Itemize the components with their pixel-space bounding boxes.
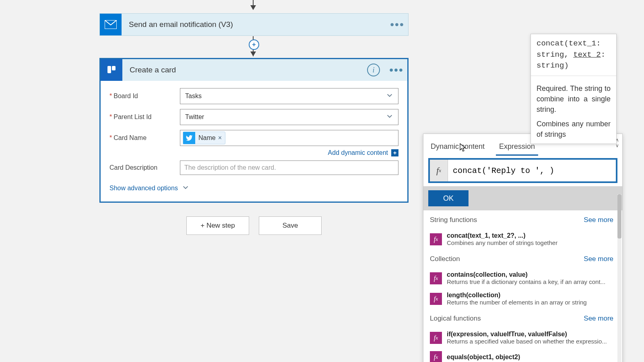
board-id-value: Tasks (185, 93, 202, 100)
trello-icon (101, 59, 122, 81)
flow-footer-buttons: + New step Save (99, 216, 409, 235)
save-button[interactable]: Save (259, 216, 322, 235)
step-trello-title: Create a card (122, 66, 367, 74)
function-text: concat(text_1, text_2?, ...)Combines any… (447, 232, 557, 246)
card-name-label: *Card Name (109, 134, 180, 142)
insert-step-button[interactable]: + (249, 39, 259, 50)
show-advanced-label: Show advanced options (109, 185, 178, 192)
function-list[interactable]: String functionsSee morefxconcat(text_1,… (423, 210, 622, 362)
token-remove-icon[interactable]: × (218, 134, 222, 142)
parent-list-id-value: Twitter (185, 113, 204, 121)
panel-scrollbar-thumb[interactable] (617, 194, 621, 239)
panel-scrollbar-track[interactable] (617, 194, 621, 362)
expression-panel: Dynamic content Expression ∧∨ fx OK Stri… (423, 134, 623, 362)
function-description: Returns true if a dictionary contains a … (447, 278, 605, 285)
function-text: equals(object1, object2) (447, 354, 520, 361)
fx-icon: fx (430, 272, 442, 284)
function-text: if(expression, valueIfTrue, valueIfFalse… (447, 331, 607, 345)
trello-more-icon[interactable]: ••• (386, 59, 407, 81)
parent-list-id-dropdown[interactable]: Twitter (180, 109, 398, 125)
function-signature: concat(text_1, text_2?, ...) (447, 232, 557, 239)
add-dynamic-content-icon[interactable]: + (391, 149, 398, 156)
fx-icon: fx (430, 233, 442, 245)
info-icon[interactable]: i (367, 64, 380, 76)
function-signature: equals(object1, object2) (447, 354, 520, 361)
function-text: contains(collection, value)Returns true … (447, 271, 605, 285)
function-item[interactable]: fxcontains(collection, value)Returns tru… (423, 268, 622, 288)
email-more-icon[interactable]: ••• (386, 14, 408, 35)
function-description: Combines any number of strings together (447, 239, 557, 246)
expression-input[interactable] (448, 160, 616, 181)
function-signature-tooltip: concat(text_1: string, text_2: string) R… (530, 34, 617, 144)
function-item[interactable]: fxequals(object1, object2) (423, 348, 622, 362)
trello-card-header[interactable]: Create a card i ••• (101, 59, 407, 81)
category-name: Logical functions (430, 315, 481, 323)
function-description: Returns the number of elements in an arr… (447, 299, 587, 306)
svg-rect-3 (112, 66, 116, 70)
function-item[interactable]: fxif(expression, valueIfTrue, valueIfFal… (423, 327, 622, 348)
fx-icon: fx (430, 332, 442, 344)
svg-rect-2 (107, 66, 111, 73)
step-email-title: Send an email notification (V3) (122, 20, 386, 29)
flow-arrow-in (253, 0, 254, 8)
fx-icon: fx (430, 160, 448, 181)
function-item[interactable]: fxlength(collection)Returns the number o… (423, 288, 622, 309)
card-description-input[interactable]: The description of the new card. (180, 160, 398, 175)
function-signature: length(collection) (447, 292, 587, 299)
see-more-link[interactable]: See more (584, 216, 613, 224)
tooltip-param-desc: Required. The string to combine into a s… (531, 76, 616, 119)
function-signature: contains(collection, value) (447, 271, 605, 278)
dynamic-token-name[interactable]: Name × (183, 132, 225, 144)
see-more-link[interactable]: See more (584, 255, 613, 263)
function-category-header: CollectionSee more (423, 249, 622, 268)
tab-dynamic-content[interactable]: Dynamic content (423, 137, 492, 155)
function-category-header: String functionsSee more (423, 210, 622, 229)
show-advanced-options[interactable]: Show advanced options (109, 180, 398, 197)
card-description-label: Card Description (109, 164, 180, 171)
add-dynamic-content-link[interactable]: Add dynamic content (328, 149, 388, 156)
parent-list-id-label: *Parent List Id (109, 113, 180, 121)
step-trello-card: Create a card i ••• *Board Id Tasks *Par… (99, 58, 409, 203)
new-step-button[interactable]: + New step (186, 216, 249, 235)
mail-icon (100, 14, 122, 35)
function-signature: if(expression, valueIfTrue, valueIfFalse… (447, 331, 607, 338)
function-item[interactable]: fxconcat(text_1, text_2?, ...)Combines a… (423, 229, 622, 249)
tooltip-signature: concat(text_1: string, text_2: string) (531, 34, 616, 76)
ok-button[interactable]: OK (428, 190, 469, 206)
chevron-down-icon (182, 184, 189, 193)
board-id-label: *Board Id (109, 93, 180, 100)
step-email-card[interactable]: Send an email notification (V3) ••• (99, 13, 409, 36)
chevron-down-icon (386, 92, 393, 101)
card-name-input[interactable]: Name × (180, 130, 398, 146)
category-name: String functions (430, 216, 477, 224)
function-description: Returns a specified value based on wheth… (447, 338, 607, 345)
chevron-down-icon (386, 113, 393, 121)
twitter-icon (183, 132, 195, 144)
fx-icon: fx (430, 351, 442, 362)
function-category-header: Logical functionsSee more (423, 309, 622, 327)
category-name: Collection (430, 255, 460, 263)
function-text: length(collection)Returns the number of … (447, 292, 587, 306)
expression-input-row: fx (428, 158, 617, 183)
see-more-link[interactable]: See more (584, 315, 613, 323)
fx-icon: fx (430, 293, 442, 305)
trello-card-body: *Board Id Tasks *Parent List Id Twitter … (101, 81, 407, 202)
board-id-dropdown[interactable]: Tasks (180, 88, 398, 104)
tooltip-func-desc: Combines any number of strings (531, 119, 616, 144)
token-label: Name (198, 134, 216, 142)
